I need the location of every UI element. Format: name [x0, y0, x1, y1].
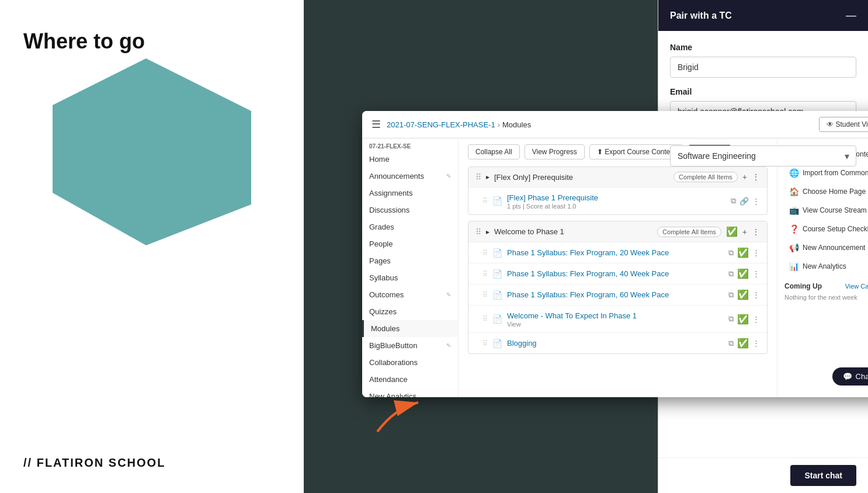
item-copy-button[interactable]: ⧉: [731, 196, 736, 206]
copy-btn-4[interactable]: ⧉: [728, 314, 734, 324]
copy-btn-3[interactable]: ⧉: [728, 290, 734, 300]
item-page-icon: 📄: [492, 248, 502, 258]
more-btn-2[interactable]: ⋮: [752, 269, 760, 278]
coming-up-header: Coming Up View Calendar: [784, 282, 868, 290]
item-meta-view: View: [507, 321, 637, 328]
module-item-40week: ⠿ 📄 Phase 1 Syllabus: Flex Program, 40 W…: [468, 263, 767, 284]
topbar-right: 👁 Student View: [819, 117, 869, 132]
sidebar-item-new-analytics[interactable]: New Analytics: [362, 388, 458, 397]
coming-up-title: Coming Up: [784, 282, 822, 290]
analytics-icon: 📊: [789, 262, 799, 271]
module-item-prerequisite: ⠿ 📄 [Flex] Phase 1 Prerequisite 1 pts | …: [468, 188, 767, 214]
sidebar-item-quizzes[interactable]: Quizzes: [362, 303, 458, 320]
flatiron-logo: // FLATIRON SCHOOL: [23, 456, 165, 470]
item-page-icon-5: 📄: [492, 339, 502, 348]
sidebar-item-grades[interactable]: Grades: [362, 218, 458, 235]
collapse-module-icon[interactable]: ▸: [486, 173, 489, 181]
drag-icon-4: ⠿: [482, 315, 488, 323]
sidebar-item-bigbluebutton[interactable]: BigBlueButton✎: [362, 337, 458, 354]
canvas-body: 07-21-FLEX-SE Home Announcements✎ Assign…: [362, 138, 868, 397]
item-check-icon-3: ✅: [737, 289, 749, 300]
arrow-annotation: [360, 391, 430, 438]
sidebar-item-outcomes[interactable]: Outcomes✎: [362, 286, 458, 303]
sidebar-course-label: 07-21-FLEX-SE: [362, 138, 458, 151]
item-actions-4: ⧉ ✅ ⋮: [728, 289, 760, 300]
coming-up-section: Coming Up View Calendar Nothing for the …: [784, 282, 868, 301]
drag-icon-2: ⠿: [482, 270, 488, 278]
view-course-stream-btn[interactable]: 📺 View Course Stream: [784, 202, 868, 219]
start-chat-button[interactable]: Start chat: [790, 465, 856, 486]
sidebar-item-collaborations[interactable]: Collaborations: [362, 354, 458, 371]
module-more-button-2[interactable]: ⋮: [752, 227, 760, 237]
module-title-prerequisite: [Flex Only] Prerequisite: [494, 173, 669, 182]
sidebar-item-attendance[interactable]: Attendance: [362, 371, 458, 388]
copy-btn-5[interactable]: ⧉: [728, 339, 734, 348]
item-link-button[interactable]: 🔗: [739, 197, 749, 206]
module-add-button-2[interactable]: +: [742, 227, 747, 237]
module-title-welcome: Welcome to Phase 1: [494, 227, 652, 236]
new-analytics-btn[interactable]: 📊 New Analytics: [784, 258, 868, 275]
item-page-icon-4: 📄: [492, 314, 502, 324]
chat-fab-button[interactable]: 💬 Chat: [832, 367, 868, 386]
student-view-icon: 👁: [827, 120, 834, 129]
item-check-icon: ✅: [737, 247, 749, 258]
new-announcement-btn[interactable]: 📢 New Announcement: [784, 239, 868, 256]
item-page-icon-3: 📄: [492, 290, 502, 300]
email-label: Email: [670, 87, 856, 96]
sidebar-item-assignments[interactable]: Assignments: [362, 185, 458, 202]
sidebar-item-modules[interactable]: Modules: [362, 320, 458, 337]
item-title-40week[interactable]: Phase 1 Syllabus: Flex Program, 40 Week …: [507, 269, 669, 278]
copy-btn[interactable]: ⧉: [728, 248, 734, 258]
module-item-welcome-video: ⠿ 📄 Welcome - What To Expect In Phase 1 …: [468, 305, 767, 333]
more-btn-5[interactable]: ⋮: [752, 339, 760, 348]
item-title-blogging[interactable]: Blogging: [507, 339, 537, 348]
student-view-button[interactable]: 👁 Student View: [819, 117, 869, 132]
more-btn-4[interactable]: ⋮: [752, 315, 760, 324]
sidebar-item-syllabus[interactable]: Syllabus: [362, 269, 458, 286]
complete-badge-welcome: Complete All Items: [657, 227, 721, 237]
dark-panel: ☰ 2021-07-SENG-FLEX-PHASE-1 › Modules 👁 …: [304, 0, 658, 493]
course-setup-btn[interactable]: ❓ Course Setup Checklist: [784, 220, 868, 238]
item-title-60week[interactable]: Phase 1 Syllabus: Flex Program, 60 Week …: [507, 290, 669, 299]
item-title-prerequisite[interactable]: [Flex] Phase 1 Prerequisite: [507, 193, 598, 202]
item-title-20week[interactable]: Phase 1 Syllabus: Flex Program, 20 Week …: [507, 248, 669, 257]
drag-handle-icon-2: ⠿: [475, 227, 481, 237]
collapse-welcome-icon[interactable]: ▸: [486, 228, 489, 236]
item-title-welcome[interactable]: Welcome - What To Expect In Phase 1: [507, 311, 637, 320]
copy-btn-2[interactable]: ⧉: [728, 269, 734, 279]
name-input[interactable]: [670, 57, 856, 78]
item-check-icon-4: ✅: [737, 314, 749, 325]
sidebar-item-discussions[interactable]: Discussions: [362, 202, 458, 218]
import-commons-btn[interactable]: 🌐 Import from Commons: [784, 164, 868, 182]
sidebar-item-home[interactable]: Home: [362, 151, 458, 168]
item-actions-5: ⧉ ✅ ⋮: [728, 314, 760, 325]
sidebar-item-announcements[interactable]: Announcements✎: [362, 168, 458, 185]
name-label: Name: [670, 43, 856, 52]
module-more-button[interactable]: ⋮: [752, 172, 760, 182]
breadcrumb-course[interactable]: 2021-07-SENG-FLEX-PHASE-1: [387, 120, 495, 129]
drag-icon: ⠿: [482, 249, 488, 257]
view-calendar-link[interactable]: View Calendar: [845, 283, 868, 290]
tc-panel-close-button[interactable]: —: [846, 9, 856, 22]
module-group-welcome: ⠿ ▸ Welcome to Phase 1 Complete All Item…: [468, 221, 768, 354]
module-item-blogging: ⠿ 📄 Blogging ⧉ ✅ ⋮: [468, 333, 767, 353]
module-add-button[interactable]: +: [742, 172, 747, 182]
sidebar-item-pages[interactable]: Pages: [362, 252, 458, 269]
item-check-icon-2: ✅: [737, 268, 749, 279]
item-more-button[interactable]: ⋮: [752, 197, 760, 206]
hamburger-icon[interactable]: ☰: [371, 118, 381, 131]
module-header-welcome: ⠿ ▸ Welcome to Phase 1 Complete All Item…: [468, 221, 767, 242]
decorative-teal-shape: [35, 47, 257, 257]
view-progress-button[interactable]: View Progress: [525, 144, 585, 159]
more-btn-3[interactable]: ⋮: [752, 290, 760, 299]
drag-icon-5: ⠿: [482, 339, 488, 348]
home-icon: 🏠: [789, 187, 799, 196]
canvas-right-panel: 📄 Import Existing Content 🌐 Import from …: [777, 138, 868, 397]
module-group-prerequisite: ⠿ ▸ [Flex Only] Prerequisite Complete Al…: [468, 166, 768, 215]
more-btn[interactable]: ⋮: [752, 248, 760, 257]
collapse-all-button[interactable]: Collapse All: [468, 144, 520, 159]
sidebar-item-people[interactable]: People: [362, 235, 458, 252]
item-drag-icon: ⠿: [482, 197, 488, 205]
choose-home-btn[interactable]: 🏠 Choose Home Page: [784, 183, 868, 200]
discipline-select[interactable]: Software Engineering Data Science Cybers…: [670, 145, 856, 166]
